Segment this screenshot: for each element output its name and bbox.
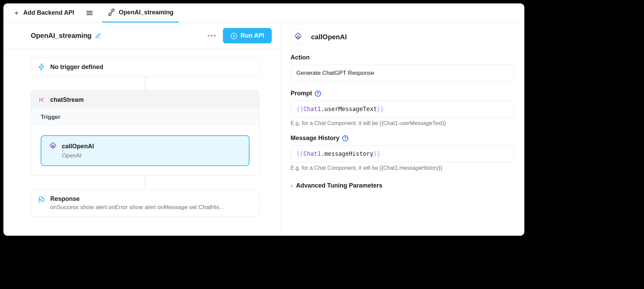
prompt-label: Prompt [291,90,312,97]
prompt-input[interactable]: {{Chat1.userMessageText}} [291,100,514,118]
more-options-icon[interactable]: ••• [207,32,217,40]
help-icon[interactable]: ? [315,91,321,97]
stream-name: chatStream [50,96,84,104]
action-value: Generate ChatGPT Response [296,70,374,76]
menu-icon[interactable] [84,8,95,18]
play-icon [230,32,237,39]
left-panel: OpenAI_streaming ••• Run API [3,23,280,236]
top-bar: ＋ Add Backend API OpenAI_streaming [3,3,524,23]
stream-card: chatStream Trigger callOpenAI [31,90,259,176]
trigger-card[interactable]: No trigger defined [31,57,259,77]
api-title: OpenAI_streaming [31,32,92,40]
history-input[interactable]: {{Chat1.messageHistory}} [291,145,514,162]
action-select[interactable]: Generate ChatGPT Response [291,65,514,82]
run-api-button[interactable]: Run API [223,28,272,43]
add-backend-api-button[interactable]: ＋ Add Backend API [9,5,78,20]
connector-line [145,77,146,90]
prompt-field-group: Prompt ? {{Chat1.userMessageText}} E.g. … [291,90,514,126]
api-title-wrap: OpenAI_streaming [31,32,101,40]
call-provider: OpenAI [62,152,241,159]
history-hint: E.g. for a Chat Component, it will be {{… [291,165,514,171]
response-card[interactable]: Response onSuccess show alert onError sh… [31,190,259,217]
advanced-params-label: Advanced Tuning Parameters [296,182,383,189]
stream-body: callOpenAI OpenAI [31,126,259,176]
action-field-group: Action Generate ChatGPT Response [291,54,514,82]
prompt-label-row: Prompt ? [291,90,514,97]
run-api-label: Run API [241,32,264,39]
stream-trigger-label[interactable]: Trigger [31,109,259,126]
right-panel-header: callOpenAI [291,29,514,44]
history-label: Message History [291,135,339,142]
svg-point-2 [297,36,299,38]
action-label: Action [291,54,514,61]
help-icon[interactable]: ? [342,135,348,141]
connector-line [145,176,146,190]
flag-icon [38,196,45,204]
svg-point-1 [52,145,54,147]
add-api-label: Add Backend API [23,9,74,16]
app-window: ＋ Add Backend API OpenAI_streaming OpenA… [3,3,524,236]
edit-icon[interactable] [95,33,101,39]
api-header: OpenAI_streaming ••• Run API [3,23,280,49]
call-openai-card[interactable]: callOpenAI OpenAI [41,135,250,166]
right-panel-title: callOpenAI [311,33,347,41]
call-card-header: callOpenAI [49,142,241,150]
main-area: OpenAI_streaming ••• Run API [3,23,524,236]
api-header-actions: ••• Run API [207,28,272,43]
history-field-group: Message History ? {{Chat1.messageHistory… [291,135,514,171]
plug-icon [108,9,115,16]
advanced-params-toggle[interactable]: › Advanced Tuning Parameters [291,179,514,192]
stream-header[interactable]: chatStream [31,91,259,109]
chevron-right-icon: › [291,182,293,189]
openai-icon [49,142,57,150]
flow-area: No trigger defined chatStream Trigger [3,49,280,236]
tab-label: OpenAI_streaming [119,9,173,16]
response-detail: onSuccess show alert onError show alert … [50,204,225,211]
call-name: callOpenAI [62,143,94,150]
response-title: Response [50,195,225,203]
right-panel: callOpenAI Action Generate ChatGPT Respo… [280,23,524,236]
tab-openai-streaming[interactable]: OpenAI_streaming [102,3,179,23]
history-label-row: Message History ? [291,135,514,142]
prompt-hint: E.g. for a Chat Component, it will be {{… [291,120,514,126]
trigger-empty-label: No trigger defined [50,64,103,71]
openai-icon [294,32,303,41]
plus-icon: ＋ [13,8,20,17]
response-content: Response onSuccess show alert onError sh… [50,195,225,211]
bolt-icon [38,63,45,71]
merge-icon [38,96,45,104]
openai-logo-box [291,29,306,44]
